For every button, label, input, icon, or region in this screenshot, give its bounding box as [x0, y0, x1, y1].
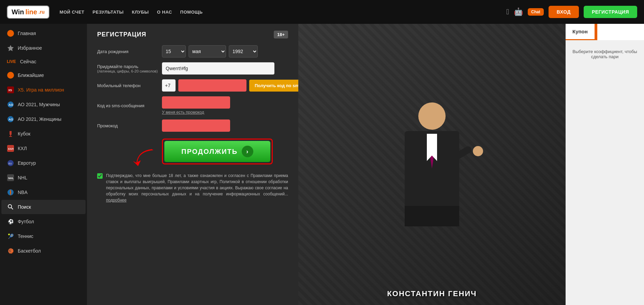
promo-label: Промокод — [97, 123, 159, 128]
sidebar-item-nhl[interactable]: NHL NHL — [1, 171, 86, 185]
logo[interactable]: Winline.ru — [7, 5, 49, 19]
login-button[interactable]: ВХОД — [549, 6, 579, 18]
sidebar-item-basketball[interactable]: 🏀 Баскетбол — [1, 244, 86, 258]
sidebar-label-nearest: Ближайшие — [18, 73, 44, 78]
clock-icon — [7, 71, 14, 79]
sidebar-label-live: Сейчас — [20, 59, 36, 64]
svg-marker-0 — [8, 45, 14, 51]
coupon-panel: Купон Выберите коэффициент, чтобы сделат… — [566, 24, 644, 305]
svg-text:NHL: NHL — [8, 177, 14, 180]
sidebar-label-ao-men: АО 2021, Мужчины — [18, 102, 60, 107]
bg-person: КОНСТАНТИН ГЕНИЧ — [298, 24, 566, 305]
year-select[interactable]: 1992 — [229, 45, 258, 58]
phone-input[interactable] — [178, 79, 246, 92]
svg-text:AO: AO — [9, 118, 13, 121]
continue-btn-border: ПРОДОЛЖИТЬ › — [162, 139, 273, 164]
promo-controls — [162, 119, 288, 132]
android-icon[interactable]: 🤖 — [514, 7, 523, 16]
nav-about[interactable]: О НАС — [157, 10, 172, 15]
continue-button[interactable]: ПРОДОЛЖИТЬ › — [164, 141, 270, 162]
month-select[interactable]: мая — [189, 45, 226, 58]
svg-line-17 — [11, 208, 13, 209]
logo-text: Win — [12, 8, 24, 16]
coupon-body: Выберите коэффициент, чтобы сделать пари — [566, 44, 644, 65]
phone-row: Мобильный телефон Получить код по sms — [97, 79, 288, 92]
sidebar-item-football[interactable]: ⚽ Футбол — [1, 214, 86, 229]
coupon-placeholder: Выберите коэффициент, чтобы сделать пари — [572, 49, 637, 59]
sidebar-label-favorites: Избранное — [18, 45, 42, 51]
search-icon — [7, 203, 14, 211]
sidebar-item-tennis[interactable]: 🎾 Теннис — [1, 229, 86, 243]
more-link[interactable]: подробнее — [106, 198, 126, 203]
age-badge: 18+ — [274, 31, 288, 38]
password-row: Придумайте пароль (латиница, цифры, 6-20… — [97, 62, 288, 75]
nav-help[interactable]: ПОМОЩЬ — [180, 10, 203, 15]
sidebar-label-x5: X5. Игра на миллион — [18, 87, 64, 93]
live-badge: LIVE — [7, 59, 16, 64]
consent-text: Подтверждаю, что мне больше 18 лет, а та… — [106, 173, 288, 203]
svg-text:X5: X5 — [8, 89, 12, 92]
logo-line: line — [25, 8, 37, 16]
phone-prefix[interactable] — [162, 79, 176, 92]
sidebar-label-nba: NBA — [18, 190, 28, 195]
sms-controls: У меня есть промокод — [162, 96, 288, 115]
sidebar-item-cup[interactable]: Кубок — [1, 127, 86, 141]
birth-date-row: Дата рождения 15 мая 1992 — [97, 45, 288, 58]
basketball-icon: 🏀 — [7, 247, 14, 255]
promo-row: Промокод — [97, 119, 288, 132]
sidebar-item-eurotour[interactable]: EU Евротур — [1, 156, 86, 170]
sidebar-label-football: Футбол — [18, 219, 34, 224]
ao-women-icon: AO — [7, 115, 14, 123]
sidebar-label-basketball: Баскетбол — [18, 248, 41, 254]
continue-arrow-icon: › — [242, 146, 253, 157]
sidebar-item-search[interactable]: Поиск — [1, 200, 86, 214]
sidebar-item-ao-men[interactable]: AO АО 2021, Мужчины — [1, 97, 86, 112]
consent-checkbox[interactable] — [97, 173, 103, 179]
sidebar-item-nearest[interactable]: Ближайшие — [1, 68, 86, 82]
sidebar-item-favorites[interactable]: Избранное — [1, 41, 86, 55]
nba-icon — [7, 189, 14, 196]
continue-area: ПРОДОЛЖИТЬ › — [162, 139, 288, 164]
sidebar-item-ao-women[interactable]: AO АО 2021, Женщины — [1, 112, 86, 126]
nav-my-account[interactable]: МОЙ СЧЕТ — [60, 10, 85, 15]
svg-point-16 — [8, 205, 12, 208]
logo-ru: .ru — [39, 9, 45, 15]
svg-text:AO: AO — [9, 103, 13, 107]
sidebar-item-live[interactable]: LIVE Сейчас — [1, 55, 86, 68]
promo-link[interactable]: У меня есть промокод — [162, 110, 230, 115]
day-select[interactable]: 15 — [162, 45, 186, 58]
consent-area: Подтверждаю, что мне больше 18 лет, а та… — [97, 173, 288, 203]
cup-icon — [7, 130, 14, 138]
sidebar-label-ao-women: АО 2021, Женщины — [18, 116, 61, 122]
register-button[interactable]: РЕГИСТРАЦИЯ — [584, 6, 637, 18]
registration-panel: РЕГИСТРАЦИЯ 18+ Дата рождения 15 мая — [87, 24, 298, 305]
apple-icon[interactable]:  — [506, 7, 509, 16]
person-area — [298, 24, 566, 305]
chat-button[interactable]: Chat — [528, 8, 544, 16]
sidebar-item-home[interactable]: Главная — [1, 26, 86, 41]
svg-rect-8 — [9, 136, 12, 137]
coupon-tab[interactable]: Купон — [566, 24, 595, 40]
coupon-header: Купон — [566, 24, 644, 40]
birth-date-controls: 15 мая 1992 — [162, 45, 288, 58]
home-icon — [7, 30, 14, 37]
promo-input[interactable] — [162, 119, 230, 132]
nav-clubs[interactable]: КЛУБЫ — [132, 10, 149, 15]
reg-title: РЕГИСТРАЦИЯ — [97, 31, 146, 38]
sidebar-item-khl[interactable]: КХЛ КХЛ — [1, 141, 86, 156]
svg-text:EU: EU — [9, 162, 12, 165]
coupon-tab-orange — [595, 24, 597, 40]
sidebar: Главная Избранное LIVE Сейчас Ближайшие … — [0, 24, 87, 305]
sidebar-item-nba[interactable]: NBA — [1, 185, 86, 199]
nhl-icon: NHL — [7, 174, 14, 181]
sidebar-label-search: Поиск — [18, 204, 31, 210]
khl-icon: КХЛ — [7, 145, 14, 152]
page-layout: Главная Избранное LIVE Сейчас Ближайшие … — [0, 24, 644, 305]
password-controls — [162, 62, 288, 75]
eurotour-icon: EU — [7, 159, 14, 167]
sms-input[interactable] — [162, 96, 230, 109]
sidebar-item-x5[interactable]: X5 X5. Игра на миллион — [1, 83, 86, 97]
nav-results[interactable]: РЕЗУЛЬТАТЫ — [93, 10, 124, 15]
password-input[interactable] — [162, 62, 274, 75]
sidebar-label-home: Главная — [18, 31, 36, 36]
